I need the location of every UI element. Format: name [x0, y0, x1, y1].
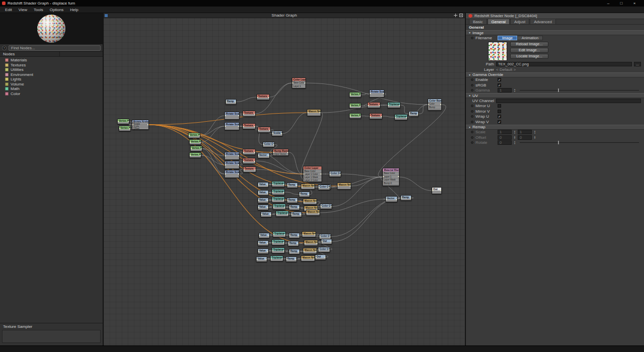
node-maxon-noise-n65[interactable]: Maxon Noise — [306, 210, 320, 216]
spinner-icon[interactable]: ▲▼ — [534, 136, 536, 139]
node-texture-n15[interactable]: Texture — [243, 158, 256, 164]
anim-dot[interactable] — [471, 141, 473, 144]
tab-basic[interactable]: Basic — [469, 19, 487, 24]
node-color-correct-n38[interactable]: Color Correct — [329, 171, 341, 177]
node-ramp-n78[interactable]: Ramp — [289, 249, 300, 254]
tree-item-lights[interactable]: Lights — [0, 77, 103, 82]
node-ramp-n55[interactable]: Ramp — [287, 198, 298, 203]
close-button[interactable]: × — [632, 1, 637, 6]
node-color-correct-n61[interactable]: Color Correct — [320, 204, 332, 209]
checkbox-enable[interactable]: ✓ — [498, 78, 501, 81]
node-bump-ramp-n21[interactable]: Bump RampInput Vector — [273, 149, 289, 156]
node-triplanar-n33[interactable]: Triplanar — [387, 102, 400, 108]
search-icon[interactable]: × — [2, 46, 7, 50]
node-value-n53[interactable]: Value — [258, 198, 269, 203]
node-ramp-n59[interactable]: Ramp — [289, 205, 300, 210]
rotate-slider[interactable] — [520, 142, 639, 143]
menu-edit[interactable]: Edit — [5, 8, 12, 12]
node-texture-n17[interactable]: Texture — [243, 166, 256, 172]
group-gamma[interactable]: ▼ Gamma Override — [466, 72, 644, 77]
sampler-box[interactable] — [2, 330, 101, 343]
node-out-n85[interactable]: Out — [315, 254, 326, 260]
node-texture-n18[interactable]: Texture — [258, 127, 271, 133]
node-maxon-noise-n48[interactable]: Maxon Noise — [301, 184, 315, 190]
node-color-correct-n80[interactable]: Color Correct — [318, 247, 330, 252]
node-texture-n11[interactable]: Texture — [243, 123, 256, 129]
node-value-n66[interactable]: Value — [259, 233, 270, 238]
node-rotate-scale-offset-n10[interactable]: Rotate Scale Offset — [224, 122, 239, 130]
offset-input-1[interactable]: 0 — [518, 135, 532, 140]
maximize-button[interactable]: □ — [619, 1, 624, 6]
node-value-n62[interactable]: Value — [261, 212, 272, 217]
node-material-blender-n41[interactable]: Material BlenderBase ColorLayer 1Layer M… — [382, 168, 399, 186]
node-triplanar-n34[interactable]: Triplanar — [394, 114, 408, 120]
node-value-n71[interactable]: Value — [258, 240, 269, 246]
node-maxon-noise-n69[interactable]: Maxon Noise — [302, 231, 316, 237]
node-color-correct-n20[interactable]: Color Correct — [263, 142, 275, 147]
node-triplanar-n82[interactable]: Triplanar — [270, 255, 283, 261]
node-vertex-attr-n05[interactable]: Vertex Attr — [189, 139, 201, 145]
node-rotate-scale-offset-n12[interactable]: Rotate Scale Offset — [224, 152, 239, 160]
group-uv[interactable]: ▼ UV — [466, 93, 644, 98]
node-value-n76[interactable]: Value — [258, 248, 269, 254]
node-rotate-scale-offset-n28[interactable]: Rotate Scale Offset — [369, 90, 384, 98]
node-color-bump-n36[interactable]: Color BumpColorBump — [428, 99, 442, 111]
node-maxon-noise-n74[interactable]: Maxon Noise — [304, 240, 318, 246]
node-ramp-n35[interactable]: Ramp — [409, 111, 419, 117]
node-texture-n24[interactable]: Texture — [257, 94, 270, 100]
scale-input-1[interactable]: 1 — [518, 130, 532, 134]
minimize-button[interactable]: – — [606, 1, 611, 6]
anim-dot[interactable] — [471, 105, 473, 107]
node-vertex-attr-n31[interactable]: Vertex Attr — [349, 113, 361, 119]
node-vertex-attr-n02[interactable]: Vertex Attr — [119, 126, 131, 131]
node-vertex-attr-n07[interactable]: Vertex Attr — [189, 152, 201, 158]
frame-all-icon[interactable] — [459, 14, 463, 17]
path-input[interactable]: TEX_002_CC.png — [496, 62, 632, 66]
locate-image-button[interactable]: Locate Image... — [510, 54, 548, 59]
node-vertex-attr-n27[interactable]: Vertex Attr — [349, 92, 361, 98]
node-ramp-n52[interactable]: Ramp — [299, 192, 310, 197]
menu-options[interactable]: Options — [50, 8, 64, 12]
node-value-n45[interactable]: Value — [258, 182, 269, 188]
menu-help[interactable]: Help — [70, 8, 78, 12]
checkbox-wrap-u[interactable]: ✓ — [498, 115, 501, 118]
node-ramp-n47[interactable]: Ramp — [287, 183, 298, 188]
node-value-n57[interactable]: Value — [258, 205, 269, 210]
scale-input-0[interactable]: 1 — [498, 130, 512, 134]
anim-dot[interactable] — [471, 78, 473, 81]
gamma-input[interactable]: 1 — [498, 88, 512, 93]
node-maxon-noise-n56[interactable]: Maxon Noise — [303, 199, 317, 205]
node-tree-header[interactable]: Nodes — [0, 51, 103, 57]
tree-item-math[interactable]: Math — [0, 86, 103, 92]
menu-tools[interactable]: Tools — [34, 8, 43, 12]
menu-view[interactable]: View — [19, 8, 27, 12]
node-triplanar-n51[interactable]: Triplanar — [272, 189, 285, 195]
node-out-n42[interactable]: Out — [432, 187, 442, 194]
node-value-n81[interactable]: Value — [256, 256, 267, 262]
mode-animation[interactable]: Animation — [517, 36, 543, 40]
node-rotate-scale-offset-n03[interactable]: Rotate Scale OffsetRotateScaleOffset — [132, 120, 149, 130]
anim-dot[interactable] — [471, 110, 473, 113]
edit-image-button[interactable]: Edit Image... — [510, 48, 548, 53]
group-remap[interactable]: ▼ Remap — [466, 125, 644, 130]
mode-image[interactable]: Image — [498, 36, 517, 40]
node-triplanar-n46[interactable]: Triplanar — [272, 181, 285, 187]
checkbox-srgb[interactable]: ✓ — [498, 83, 501, 87]
node-ramp-n64[interactable]: Ramp — [291, 212, 302, 217]
tree-item-materials[interactable]: Materials — [0, 58, 103, 63]
anim-dot[interactable] — [471, 121, 473, 123]
rotate-input-0[interactable]: 0 — [498, 140, 512, 145]
spinner-icon[interactable]: ▲▼ — [514, 136, 516, 139]
node-maxon-noise-n39[interactable]: Maxon Noise — [337, 183, 351, 190]
node-ramp-n73[interactable]: Ramp — [288, 241, 299, 246]
tree-item-color[interactable]: Color — [0, 92, 103, 97]
node-vertex-attr-n04[interactable]: Vertex Attr — [188, 133, 200, 138]
node-color-layer-n23[interactable]: Color LayerBase ColorLayer 1 — [292, 77, 306, 89]
node-ramp-n68[interactable]: Ramp — [289, 233, 300, 238]
graph-canvas[interactable]: Vertex AttrVertex AttrRotate Scale Offse… — [104, 18, 465, 345]
node-triplanar-n77[interactable]: Triplanar — [272, 247, 285, 253]
node-texture-n32[interactable]: Texture — [369, 113, 382, 119]
checkbox-wrap-v[interactable]: ✓ — [498, 120, 501, 124]
uv-channel-input[interactable] — [496, 99, 641, 103]
tab-general[interactable]: General — [488, 19, 510, 24]
